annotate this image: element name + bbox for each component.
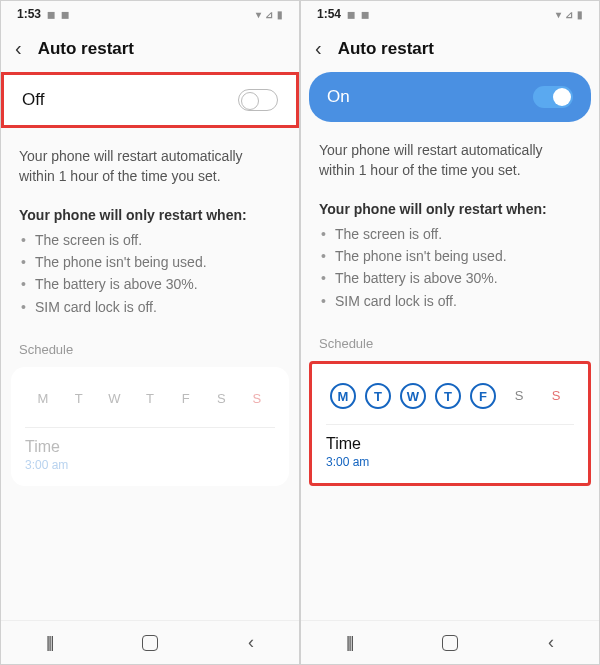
- condition-item: The phone isn't being used.: [335, 245, 581, 267]
- day-wed[interactable]: W: [400, 383, 426, 409]
- condition-item: The battery is above 30%.: [35, 273, 281, 295]
- nav-bar: ||| ‹: [301, 620, 599, 664]
- condition-item: The screen is off.: [335, 223, 581, 245]
- wifi-icon: ▾: [556, 9, 561, 20]
- nav-home-icon[interactable]: [142, 635, 158, 651]
- toggle-switch[interactable]: [533, 86, 573, 108]
- divider: [25, 427, 275, 428]
- schedule-card: M T W T F S S Time 3:00 am: [309, 361, 591, 486]
- back-icon[interactable]: ‹: [15, 37, 22, 60]
- status-bar: 1:54 ◼ ◼ ▾ ⊿ ▮: [301, 1, 599, 27]
- content: Off Your phone will restart automaticall…: [1, 72, 299, 620]
- header: ‹ Auto restart: [301, 27, 599, 72]
- day-tue[interactable]: T: [65, 385, 93, 413]
- day-mon[interactable]: M: [29, 385, 57, 413]
- battery-icon: ▮: [577, 9, 583, 20]
- day-thu[interactable]: T: [435, 383, 461, 409]
- day-fri[interactable]: F: [470, 383, 496, 409]
- signal-icon: ⊿: [265, 9, 273, 20]
- day-thu[interactable]: T: [136, 385, 164, 413]
- phone-right: 1:54 ◼ ◼ ▾ ⊿ ▮ ‹ Auto restart On Your ph…: [300, 0, 600, 665]
- nav-bar: ||| ‹: [1, 620, 299, 664]
- nav-back-icon[interactable]: ‹: [248, 632, 254, 653]
- nav-back-icon[interactable]: ‹: [548, 632, 554, 653]
- nav-recent-icon[interactable]: |||: [346, 634, 352, 652]
- conditions-list: The screen is off. The phone isn't being…: [301, 223, 599, 323]
- status-time: 1:54: [317, 7, 341, 21]
- status-bar: 1:53 ◼ ◼ ▾ ⊿ ▮: [1, 1, 299, 27]
- header: ‹ Auto restart: [1, 27, 299, 72]
- description-text: Your phone will restart automatically wi…: [1, 128, 299, 197]
- phone-left: 1:53 ◼ ◼ ▾ ⊿ ▮ ‹ Auto restart Off Your p…: [0, 0, 300, 665]
- days-row: M T W T F S S: [25, 381, 275, 425]
- time-row[interactable]: Time 3:00 am: [326, 435, 574, 469]
- status-icon: ◼: [61, 9, 69, 20]
- nav-home-icon[interactable]: [442, 635, 458, 651]
- time-label: Time: [25, 438, 275, 456]
- condition-item: SIM card lock is off.: [335, 290, 581, 312]
- day-sat[interactable]: S: [207, 385, 235, 413]
- conditions-header: Your phone will only restart when:: [301, 191, 599, 223]
- days-row: M T W T F S S: [326, 378, 574, 422]
- day-tue[interactable]: T: [365, 383, 391, 409]
- back-icon[interactable]: ‹: [315, 37, 322, 60]
- status-time: 1:53: [17, 7, 41, 21]
- status-icon: ◼: [347, 9, 355, 20]
- schedule-label: Schedule: [1, 328, 299, 363]
- schedule-card: M T W T F S S Time 3:00 am: [11, 367, 289, 486]
- time-label: Time: [326, 435, 574, 453]
- day-wed[interactable]: W: [100, 385, 128, 413]
- day-sat[interactable]: S: [505, 382, 533, 410]
- signal-icon: ⊿: [565, 9, 573, 20]
- status-icon: ◼: [47, 9, 55, 20]
- master-toggle-row[interactable]: On: [309, 72, 591, 122]
- status-icon: ◼: [361, 9, 369, 20]
- day-sun[interactable]: S: [243, 385, 271, 413]
- condition-item: The battery is above 30%.: [335, 267, 581, 289]
- time-value: 3:00 am: [25, 458, 275, 472]
- page-title: Auto restart: [38, 39, 134, 59]
- condition-item: SIM card lock is off.: [35, 296, 281, 318]
- conditions-header: Your phone will only restart when:: [1, 197, 299, 229]
- day-fri[interactable]: F: [172, 385, 200, 413]
- condition-item: The screen is off.: [35, 229, 281, 251]
- nav-recent-icon[interactable]: |||: [46, 634, 52, 652]
- time-value: 3:00 am: [326, 455, 574, 469]
- toggle-switch[interactable]: [238, 89, 278, 111]
- time-row[interactable]: Time 3:00 am: [25, 438, 275, 472]
- wifi-icon: ▾: [256, 9, 261, 20]
- toggle-label: Off: [22, 90, 44, 110]
- battery-icon: ▮: [277, 9, 283, 20]
- master-toggle-row[interactable]: Off: [1, 72, 299, 128]
- toggle-label: On: [327, 87, 350, 107]
- divider: [326, 424, 574, 425]
- content: On Your phone will restart automatically…: [301, 72, 599, 620]
- condition-item: The phone isn't being used.: [35, 251, 281, 273]
- page-title: Auto restart: [338, 39, 434, 59]
- schedule-label: Schedule: [301, 322, 599, 357]
- conditions-list: The screen is off. The phone isn't being…: [1, 229, 299, 329]
- description-text: Your phone will restart automatically wi…: [301, 122, 599, 191]
- day-mon[interactable]: M: [330, 383, 356, 409]
- day-sun[interactable]: S: [542, 382, 570, 410]
